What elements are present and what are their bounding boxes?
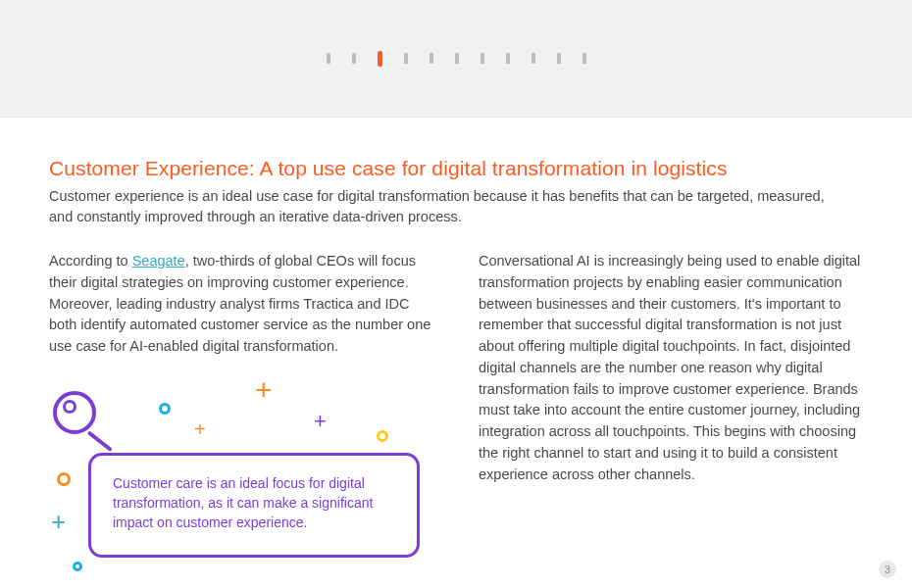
page-dot[interactable] xyxy=(506,53,510,64)
page-body: Customer Experience: A top use case for … xyxy=(0,118,912,588)
page-dot[interactable] xyxy=(532,53,535,64)
page-dots xyxy=(327,51,586,67)
intro-paragraph: Customer experience is an ideal use case… xyxy=(49,186,843,227)
plus-icon: + xyxy=(314,409,327,434)
circle-icon xyxy=(159,403,171,415)
column-left: According to Seagate, two-thirds of glob… xyxy=(49,251,433,585)
page-dot[interactable] xyxy=(404,53,408,64)
plus-icon: + xyxy=(194,418,206,441)
circle-icon xyxy=(73,562,82,571)
text-span: According to xyxy=(49,253,132,269)
page-dot[interactable] xyxy=(557,53,561,64)
column-right: Conversational AI is increasingly being … xyxy=(479,251,863,585)
decorative-illustration: + + + + Customer care is an ideal focus … xyxy=(49,379,433,585)
page-dot[interactable] xyxy=(481,53,484,64)
right-paragraph: Conversational AI is increasingly being … xyxy=(479,251,863,485)
page-dot-active[interactable] xyxy=(378,51,382,67)
page-dot[interactable] xyxy=(430,53,433,64)
circle-icon xyxy=(57,472,71,486)
plus-icon: + xyxy=(51,507,66,537)
page-number-badge: 3 xyxy=(879,561,896,578)
seagate-link[interactable]: Seagate xyxy=(132,253,185,269)
page-dot[interactable] xyxy=(583,53,586,64)
page-title: Customer Experience: A top use case for … xyxy=(49,157,863,180)
plus-icon: + xyxy=(255,373,273,407)
magnifying-glass-icon xyxy=(53,391,122,460)
two-column-layout: According to Seagate, two-thirds of glob… xyxy=(49,251,863,585)
circle-icon xyxy=(377,430,388,442)
page-dot[interactable] xyxy=(352,53,356,64)
page-dot[interactable] xyxy=(327,53,330,64)
left-paragraph: According to Seagate, two-thirds of glob… xyxy=(49,251,433,358)
callout-box: Customer care is an ideal focus for digi… xyxy=(88,453,420,558)
page-number: 3 xyxy=(885,564,890,575)
pagination-band xyxy=(0,0,912,118)
callout-text: Customer care is an ideal focus for digi… xyxy=(113,473,395,533)
page-dot[interactable] xyxy=(455,53,459,64)
